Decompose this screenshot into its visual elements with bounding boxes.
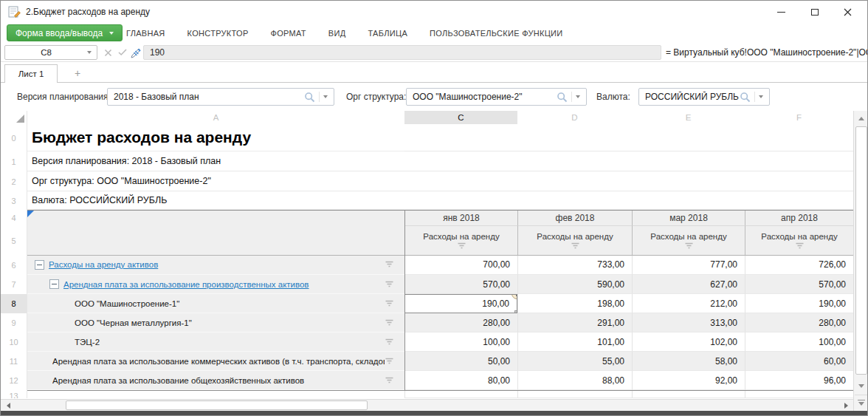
value-cell[interactable]: 280,00 [404, 313, 517, 333]
row-header-6[interactable]: 6 [1, 255, 27, 275]
value-cell[interactable]: 100,00 [745, 333, 853, 352]
select-all-corner[interactable] [1, 111, 27, 124]
value-cell[interactable]: 570,00 [404, 275, 517, 294]
row-header-4[interactable]: 4 [1, 210, 27, 226]
value-cell[interactable]: 198,00 [517, 294, 632, 313]
cell-name-box[interactable]: C8 [4, 45, 97, 60]
value-cell[interactable]: 100,00 [404, 333, 517, 352]
header-corner-cell[interactable] [27, 210, 404, 226]
month-header-cell[interactable]: янв 2018 [404, 210, 517, 226]
column-header-F[interactable]: F [745, 111, 853, 124]
filter-button[interactable] [457, 242, 466, 250]
row-label-cell[interactable]: Арендная плата за использование общехозя… [27, 371, 404, 390]
cell-action-badge[interactable] [512, 294, 517, 299]
report-title-cell[interactable]: Бюджет расходов на аренду [27, 124, 404, 151]
empty-cell[interactable] [404, 171, 517, 191]
empty-cell[interactable] [517, 171, 632, 191]
info-cell[interactable]: Валюта: РОССИЙСКИЙ РУБЛЬ [27, 191, 404, 210]
value-cell[interactable]: 55,00 [517, 352, 632, 371]
minimize-button[interactable] [765, 1, 798, 23]
confirm-entry-button[interactable] [116, 47, 129, 58]
ribbon-tab-1[interactable]: ГЛАВНАЯ [126, 29, 165, 38]
row-label-cell[interactable]: ООО "Машиностроение-1" [27, 294, 404, 313]
empty-cell[interactable] [745, 151, 853, 171]
value-cell[interactable]: 280,00 [745, 313, 853, 333]
fill-handle[interactable] [514, 310, 517, 313]
info-cell[interactable]: Орг структура: ООО "Машиностроение-2" [27, 171, 404, 191]
column-header-D[interactable]: D [517, 111, 632, 124]
row-label-cell[interactable]: ООО "Черная металлургия-1" [27, 313, 404, 333]
empty-cell[interactable] [632, 124, 745, 151]
collapse-button[interactable] [49, 279, 59, 289]
row-label-link[interactable]: Расходы на аренду активов [49, 260, 385, 269]
horizontal-scrollbar-thumb[interactable] [66, 400, 368, 410]
empty-cell[interactable] [517, 390, 632, 398]
empty-cell[interactable] [517, 191, 632, 210]
org-structure-combobox[interactable]: ООО "Машиностроение-2" [406, 88, 587, 106]
formula-input[interactable]: 190 [143, 45, 661, 60]
row-header-5[interactable]: 5 [1, 226, 27, 255]
filter-button[interactable] [385, 377, 394, 384]
month-header-cell[interactable]: апр 2018 [745, 210, 853, 226]
filter-button[interactable] [385, 338, 394, 346]
vertical-scrollbar[interactable] [853, 111, 868, 411]
value-cell[interactable]: 733,00 [517, 255, 632, 275]
filter-button[interactable] [385, 300, 394, 307]
scroll-down-button[interactable] [855, 379, 868, 392]
value-cell[interactable]: 570,00 [745, 275, 853, 294]
row-header-1[interactable]: 1 [1, 151, 27, 171]
row-header-0[interactable]: 0 [1, 124, 27, 151]
empty-cell[interactable] [632, 171, 745, 191]
ribbon-tab-6[interactable]: ПОЛЬЗОВАТЕЛЬСКИЕ ФУНКЦИИ [430, 29, 562, 38]
measure-header-cell[interactable]: Расходы на аренду [404, 226, 517, 255]
empty-cell[interactable] [404, 124, 517, 151]
value-cell[interactable]: 777,00 [632, 255, 745, 275]
header-corner-cell[interactable] [27, 226, 404, 255]
empty-cell[interactable] [745, 171, 853, 191]
measure-header-cell[interactable]: Расходы на аренду [745, 226, 853, 255]
value-cell[interactable]: 58,00 [632, 352, 745, 371]
value-cell[interactable]: 291,00 [517, 313, 632, 333]
selected-cell-C8[interactable]: 190,00 [404, 294, 517, 313]
ribbon-tab-3[interactable]: ФОРМАТ [271, 29, 306, 38]
empty-cell[interactable] [404, 151, 517, 171]
filter-button[interactable] [385, 281, 394, 288]
filter-button[interactable] [385, 319, 394, 327]
empty-cell[interactable] [517, 151, 632, 171]
cancel-entry-button[interactable] [101, 47, 114, 58]
horizontal-scrollbar[interactable] [1, 399, 853, 411]
value-cell[interactable]: 102,00 [632, 333, 745, 352]
empty-cell[interactable] [632, 151, 745, 171]
filter-button[interactable] [795, 242, 805, 250]
scroll-left-button[interactable] [2, 400, 14, 411]
value-cell[interactable]: 50,00 [404, 352, 517, 371]
value-cell[interactable]: 80,00 [404, 371, 517, 390]
value-cell[interactable]: 60,00 [745, 352, 853, 371]
ribbon-tab-2[interactable]: КОНСТРУКТОР [187, 29, 249, 38]
ribbon-tab-4[interactable]: ВИД [328, 29, 346, 38]
empty-cell[interactable] [632, 191, 745, 210]
row-label-cell[interactable]: ТЭЦ-2 [27, 333, 404, 352]
add-sheet-button[interactable]: + [66, 64, 89, 82]
currency-combobox[interactable]: РОССИЙСКИЙ РУБЛЬ [638, 88, 770, 106]
row-label-link[interactable]: Арендная плата за использование производ… [63, 280, 385, 289]
month-header-cell[interactable]: мар 2018 [632, 210, 745, 226]
empty-cell[interactable] [632, 390, 745, 398]
sheet-tab-active[interactable]: Лист 1 [4, 64, 58, 83]
close-button[interactable] [831, 1, 864, 23]
empty-cell[interactable] [27, 390, 404, 398]
vertical-scrollbar-thumb[interactable] [855, 126, 867, 375]
row-header-11[interactable]: 11 [1, 352, 27, 371]
scroll-up-button[interactable] [855, 112, 868, 125]
value-cell[interactable]: 313,00 [632, 313, 745, 333]
filter-button[interactable] [571, 242, 580, 250]
row-header-9[interactable]: 9 [1, 313, 27, 333]
column-header-E[interactable]: E [632, 111, 745, 124]
row-label-cell[interactable]: Расходы на аренду активов [27, 255, 404, 275]
edit-formula-button[interactable] [130, 47, 143, 58]
row-header-8[interactable]: 8 [1, 294, 27, 313]
value-cell[interactable]: 590,00 [517, 275, 632, 294]
measure-header-cell[interactable]: Расходы на аренду [517, 226, 632, 255]
ribbon-tab-5[interactable]: ТАБЛИЦА [368, 29, 407, 38]
row-header-3[interactable]: 3 [1, 191, 27, 210]
